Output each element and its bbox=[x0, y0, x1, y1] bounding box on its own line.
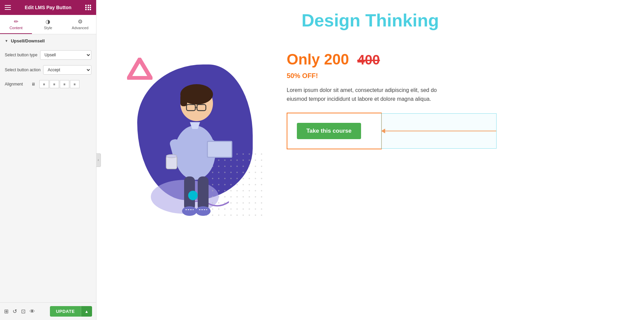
hamburger-icon[interactable] bbox=[5, 5, 11, 10]
button-outer-box: Take this course bbox=[287, 113, 382, 149]
course-info: Only 200 400 50% OFF! Lorem ipsum dolor … bbox=[287, 37, 624, 149]
svg-point-13 bbox=[166, 154, 177, 158]
align-justify-btn[interactable]: ≡ bbox=[70, 80, 79, 88]
panel-content: ▼ Upsell/Downsell Select button type Ups… bbox=[0, 34, 96, 302]
cyan-ball-decoration bbox=[188, 191, 198, 200]
course-title: Design Thinking bbox=[117, 10, 624, 31]
svg-marker-0 bbox=[129, 59, 151, 78]
section-label: Upsell/Downsell bbox=[11, 38, 45, 43]
button-action-label: Select button action bbox=[5, 68, 40, 72]
collapse-handle[interactable]: ‹ bbox=[96, 153, 101, 167]
content-icon: ✏ bbox=[14, 18, 18, 25]
panel-title: Edit LMS Pay Button bbox=[25, 5, 72, 10]
discount-badge: 50% OFF! bbox=[287, 72, 624, 80]
chevron-icon: ▼ bbox=[5, 39, 8, 43]
button-type-label: Select button type bbox=[5, 53, 37, 57]
svg-point-20 bbox=[196, 206, 211, 216]
course-page: Design Thinking bbox=[96, 0, 644, 268]
panel-footer: ⊞ ↺ ⊡ 👁 UPDATE ▲ bbox=[0, 302, 96, 320]
align-center-btn[interactable]: ≡ bbox=[50, 80, 59, 88]
pink-triangle-icon bbox=[127, 58, 151, 78]
tab-style[interactable]: ◑ Style bbox=[32, 15, 64, 34]
button-action-row: Select button action Accept Decline bbox=[0, 62, 96, 77]
left-panel: Edit LMS Pay Button ✏ Content ◑ Style ⚙ … bbox=[0, 0, 96, 320]
svg-point-19 bbox=[182, 206, 197, 216]
footer-icons: ⊞ ↺ ⊡ 👁 bbox=[4, 308, 35, 315]
template-icon[interactable]: ⊡ bbox=[21, 308, 25, 315]
advanced-icon: ⚙ bbox=[78, 18, 83, 25]
button-type-row: Select button type Upsell Downsell bbox=[0, 48, 96, 62]
tab-advanced[interactable]: ⚙ Advanced bbox=[64, 15, 96, 34]
illustration-area bbox=[117, 37, 273, 248]
panel-header: Edit LMS Pay Button bbox=[0, 0, 96, 15]
layers-icon[interactable]: ⊞ bbox=[4, 308, 8, 315]
svg-rect-18 bbox=[198, 176, 209, 210]
cyan-highlight-box bbox=[381, 113, 497, 149]
style-icon: ◑ bbox=[46, 18, 50, 25]
button-action-select[interactable]: Accept Decline bbox=[43, 65, 91, 75]
price-row: Only 200 400 bbox=[287, 51, 624, 68]
svg-rect-12 bbox=[166, 156, 177, 169]
course-description: Lorem ipsum dolor sit amet, consectetur … bbox=[287, 86, 457, 103]
character-illustration bbox=[147, 54, 243, 231]
tabs: ✏ Content ◑ Style ⚙ Advanced bbox=[0, 15, 96, 34]
grid-icon[interactable] bbox=[85, 5, 91, 10]
monitor-icon: 🖥 bbox=[31, 82, 35, 87]
align-left-btn[interactable]: ≡ bbox=[39, 80, 49, 88]
alignment-row: Alignment 🖥 ≡ ≡ ≡ ≡ bbox=[0, 77, 96, 91]
align-right-btn[interactable]: ≡ bbox=[60, 80, 69, 88]
main-area: Design Thinking bbox=[96, 0, 644, 320]
price-old: 400 bbox=[357, 52, 380, 67]
alignment-label: Alignment bbox=[5, 82, 29, 87]
history-icon[interactable]: ↺ bbox=[13, 308, 17, 315]
tab-content[interactable]: ✏ Content bbox=[0, 15, 32, 34]
section-header[interactable]: ▼ Upsell/Downsell bbox=[0, 34, 96, 48]
svg-rect-16 bbox=[208, 142, 231, 157]
alignment-buttons: ≡ ≡ ≡ ≡ bbox=[39, 80, 79, 88]
course-body: Only 200 400 50% OFF! Lorem ipsum dolor … bbox=[117, 37, 624, 248]
tab-content-label: Content bbox=[10, 26, 23, 30]
button-highlight-area: Take this course bbox=[287, 113, 457, 149]
take-course-button[interactable]: Take this course bbox=[297, 123, 361, 139]
tab-advanced-label: Advanced bbox=[72, 26, 88, 30]
update-btn-group: UPDATE ▲ bbox=[50, 306, 92, 317]
update-arrow-button[interactable]: ▲ bbox=[81, 306, 92, 317]
eye-icon[interactable]: 👁 bbox=[30, 308, 35, 315]
update-button[interactable]: UPDATE bbox=[50, 306, 81, 317]
tab-style-label: Style bbox=[44, 26, 52, 30]
price-current: Only 200 bbox=[287, 51, 349, 68]
button-type-select[interactable]: Upsell Downsell bbox=[40, 50, 91, 60]
svg-rect-6 bbox=[180, 94, 187, 106]
